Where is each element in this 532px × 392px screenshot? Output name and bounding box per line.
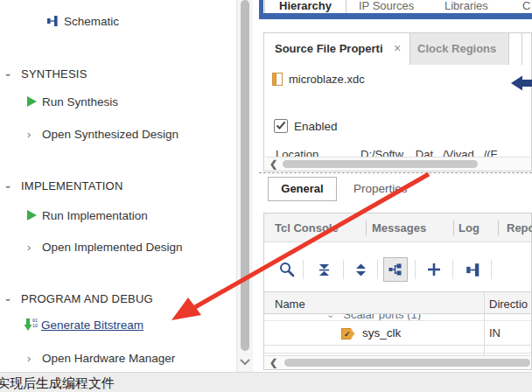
group-by-icon (388, 262, 402, 276)
toolbar-separator (303, 260, 304, 279)
location-row-clipped: Location D:/Softw... Dat.../Vivad.../(F (265, 148, 530, 157)
scrollbar-left-arrow-icon[interactable]: ❮ (270, 158, 277, 170)
search-icon (279, 262, 295, 277)
tab-label: Tcl Console (275, 221, 339, 234)
tab-separator (453, 220, 454, 235)
flow-nav-item-label: Run Implementation (42, 209, 148, 222)
tab-label: Properties (354, 182, 408, 195)
chevron-down-icon: ⌄ (4, 68, 12, 78)
toolbar-expand-all-button[interactable] (348, 257, 373, 282)
flow-nav-item-label: Open Hardware Manager (42, 352, 175, 365)
toolbar-schematic-button[interactable] (460, 257, 485, 282)
chevron-right-icon: › (27, 128, 42, 141)
tab-separator (366, 220, 367, 235)
group-row-label: Scalar ports (1) (343, 314, 421, 321)
flow-nav-section-synthesis[interactable]: ⌄ SYNTHESIS (4, 65, 88, 82)
file-row[interactable]: microblaze.xdc (272, 73, 365, 86)
flow-nav-item-generate-bitstream[interactable]: 01 10 Generate Bitstream (24, 316, 144, 333)
location-value: D:/Softw... Dat.../Vivad.../(F (360, 148, 498, 157)
close-icon[interactable]: × (394, 41, 401, 55)
toolbar-add-button[interactable] (422, 257, 446, 282)
run-play-icon (27, 96, 37, 107)
chevron-right-icon: › (27, 352, 42, 365)
flow-nav-section-implementation[interactable]: ⌄ IMPLEMENTATION (4, 177, 123, 194)
tab-clock-regions[interactable]: Clock Regions (410, 33, 509, 65)
tab-label: Source File Properti (275, 42, 383, 55)
enabled-checkbox[interactable] (274, 119, 288, 133)
schematic-icon (466, 262, 480, 277)
tab-label: IP Sources (359, 0, 414, 12)
tab-ip-sources[interactable]: IP Sources (359, 0, 414, 13)
source-file-properties-panel: Source File Properti × Clock Regions mic… (263, 32, 532, 172)
port-check-icon: ✓ (341, 328, 354, 340)
toolbar-separator (377, 260, 378, 279)
collapse-all-icon (317, 262, 332, 277)
flow-navigator-scrollbar[interactable] (236, 0, 253, 372)
console-horizontal-scrollbar[interactable]: ❮ (265, 355, 530, 369)
section-title: SYNTHESIS (21, 67, 87, 80)
xdc-file-icon (272, 73, 283, 86)
tab-source-file-properties[interactable]: Source File Properti × (264, 33, 410, 65)
chevron-down-icon: ⌄ (4, 180, 12, 190)
flow-nav-item-open-implemented-design[interactable]: › Open Implemented Design (27, 238, 183, 256)
tab-label: General (281, 182, 323, 195)
tab-tcl-console[interactable]: Tcl Console (275, 221, 339, 234)
console-tab-strip: Tcl Console Messages Log Repo (264, 214, 531, 242)
table-row-sys-clk[interactable]: ✓ sys_clk IN (264, 321, 531, 346)
flow-nav-section-program-and-debug[interactable]: ⌄ PROGRAM AND DEBUG (4, 290, 153, 307)
tab-hierarchy[interactable]: Hierarchy (264, 0, 346, 13)
enabled-label: Enabled (294, 120, 338, 133)
tab-log[interactable]: Log (458, 221, 480, 234)
toolbar-separator (491, 260, 492, 279)
flow-nav-item-label: Schematic (64, 15, 119, 28)
tab-messages[interactable]: Messages (372, 221, 426, 234)
column-header-direction: Directio (489, 298, 528, 311)
scrollbar-thumb[interactable] (283, 160, 478, 168)
tab-libraries[interactable]: Libraries (444, 0, 488, 13)
section-title: PROGRAM AND DEBUG (21, 292, 153, 305)
sources-panel-border (259, 0, 263, 13)
location-label: Location (276, 148, 318, 157)
expand-all-icon (354, 262, 368, 277)
toolbar-group-by-button[interactable] (383, 257, 408, 282)
flow-nav-item-open-hardware-manager[interactable]: › Open Hardware Manager (27, 349, 175, 367)
toolbar-collapse-all-button[interactable] (312, 257, 336, 282)
scrollbar-left-arrow-icon[interactable]: ❮ (270, 357, 277, 368)
port-name: sys_clk (362, 326, 401, 340)
tab-label: Libraries (444, 0, 488, 12)
flow-nav-item-label: Run Synthesis (42, 95, 118, 108)
tab-separator (498, 220, 499, 235)
tab-label: Repo (507, 221, 532, 234)
tab-label: Messages (372, 221, 426, 234)
tab-label: Log (458, 221, 480, 234)
flow-navigator-panel: Schematic ⌄ SYNTHESIS Run Synthesis › Op… (0, 0, 236, 372)
flow-nav-item-open-synthesized-design[interactable]: › Open Synthesized Design (27, 125, 178, 143)
file-name: microblaze.xdc (289, 73, 365, 86)
run-play-icon (27, 210, 37, 220)
table-header: Name Directio (264, 291, 531, 314)
plus-icon (426, 262, 442, 277)
scrollbar-thumb[interactable] (284, 359, 530, 367)
toolbar-search-button[interactable] (275, 257, 299, 282)
tab-reports[interactable]: Repo (507, 221, 532, 234)
tab-separator (522, 33, 522, 65)
chevron-down-icon: ⌄ (4, 293, 12, 303)
chevron-right-icon: › (27, 241, 42, 254)
flow-nav-item-schematic[interactable]: Schematic (46, 12, 119, 30)
tab-label: C (522, 0, 530, 12)
tree-chevron-icon: ⌄ (326, 314, 334, 320)
table-row-empty (264, 346, 531, 354)
panel-divider-dashed (259, 172, 532, 173)
console-panel: Tcl Console Messages Log Repo (263, 213, 532, 370)
scrollbar-thumb[interactable] (241, 0, 249, 351)
table-row-scalar-ports-clipped[interactable]: ⌄ Scalar ports (1) (264, 314, 531, 321)
scrollbar-down-arrow-icon[interactable] (240, 359, 250, 366)
tab-compile-order[interactable]: C (522, 0, 530, 13)
properties-horizontal-scrollbar[interactable]: ❮ (265, 157, 530, 171)
flow-nav-item-run-implementation[interactable]: Run Implementation (27, 206, 148, 224)
flow-nav-item-run-synthesis[interactable]: Run Synthesis (27, 93, 118, 110)
tab-label: Clock Regions (417, 42, 496, 55)
tab-general[interactable]: General (268, 177, 337, 201)
toolbar-separator (415, 260, 416, 279)
tab-properties[interactable]: Properties (354, 182, 408, 195)
